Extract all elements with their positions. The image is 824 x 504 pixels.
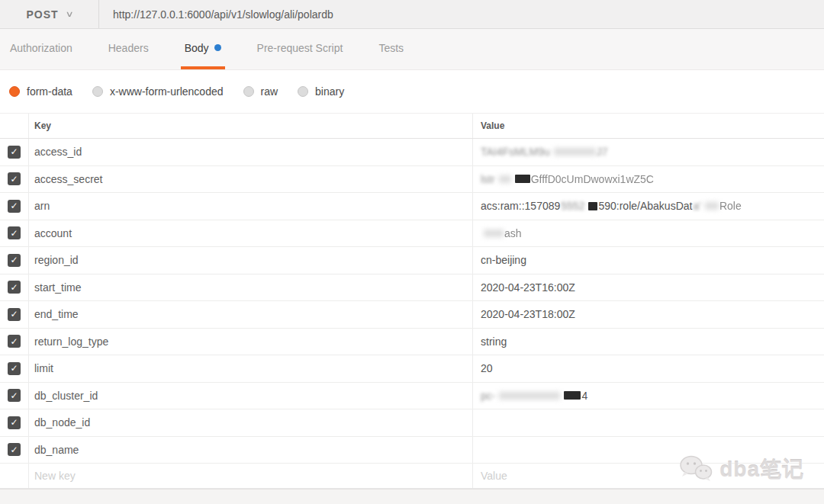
row-check-cell: ✓ xyxy=(0,247,29,274)
value-cell[interactable]: TAI4FsMLM9uJ7 xyxy=(473,139,824,165)
url-text: http://127.0.0.1:6000/api/v1/slowlog/ali… xyxy=(113,8,333,21)
rest-client-window: POST ∨ http://127.0.0.1:6000/api/v1/slow… xyxy=(0,0,824,504)
body-type-radio-binary[interactable]: binary xyxy=(298,85,344,98)
new-row-check-spacer xyxy=(0,464,29,488)
row-checkbox[interactable]: ✓ xyxy=(8,416,21,429)
radio-label: form-data xyxy=(27,85,72,98)
new-entry-row: New key Value xyxy=(0,464,824,489)
row-check-cell: ✓ xyxy=(0,383,29,409)
key-text: return_log_type xyxy=(34,335,108,348)
new-key-input[interactable]: New key xyxy=(29,464,473,488)
body-type-radio-form-data[interactable]: form-data xyxy=(9,85,72,98)
redaction-box xyxy=(515,175,530,183)
key-cell[interactable]: db_name xyxy=(29,437,473,464)
row-checkbox[interactable]: ✓ xyxy=(8,335,21,348)
tab-label: Tests xyxy=(378,42,404,54)
url-input[interactable]: http://127.0.0.1:6000/api/v1/slowlog/ali… xyxy=(99,0,824,28)
key-text: end_time xyxy=(34,308,79,320)
key-cell[interactable]: access_secret xyxy=(29,166,473,193)
value-cell[interactable]: 2020-04-23T16:00Z xyxy=(473,274,824,301)
redaction-box xyxy=(564,391,581,400)
value-text: acs:ram::157089 xyxy=(481,200,560,212)
value-cell[interactable]: acs:ram::1570895552590:role/AbakusData'R… xyxy=(473,193,824,220)
key-cell[interactable]: end_time xyxy=(29,301,473,328)
method-dropdown[interactable]: POST ∨ xyxy=(0,0,99,28)
table-row-end-time: ✓end_time2020-04-23T18:00Z xyxy=(0,301,824,329)
key-cell[interactable]: account xyxy=(29,220,473,247)
checkmark-icon: ✓ xyxy=(10,255,18,265)
body-type-radio-raw[interactable]: raw xyxy=(243,85,278,98)
key-cell[interactable]: region_id xyxy=(29,247,473,274)
key-cell[interactable]: limit xyxy=(29,355,473,382)
value-cell[interactable]: ash xyxy=(473,220,824,247)
row-checkbox[interactable]: ✓ xyxy=(8,389,21,402)
table-row-start-time: ✓start_time2020-04-23T16:00Z xyxy=(0,274,824,302)
key-cell[interactable]: db_cluster_id xyxy=(29,383,473,409)
key-cell[interactable]: start_time xyxy=(29,274,473,301)
value-text: a' xyxy=(693,200,700,212)
tab-headers[interactable]: Headers xyxy=(105,29,153,69)
key-cell[interactable]: access_id xyxy=(29,139,473,165)
value-text: 20 xyxy=(481,362,493,374)
key-column-header: Key xyxy=(29,114,473,138)
row-check-cell: ✓ xyxy=(0,329,29,355)
value-cell[interactable] xyxy=(473,409,824,436)
value-text: 5552 xyxy=(561,200,584,212)
new-value-placeholder: Value xyxy=(481,470,507,482)
table-row-limit: ✓limit20 xyxy=(0,355,824,383)
new-key-placeholder: New key xyxy=(34,470,76,482)
value-text: lstr xyxy=(481,173,495,185)
value-cell[interactable]: cn-beijing xyxy=(473,247,824,274)
key-cell[interactable]: return_log_type xyxy=(29,329,473,355)
tab-authorization[interactable]: Authorization xyxy=(6,29,76,69)
value-cell[interactable]: 2020-04-23T18:00Z xyxy=(473,301,824,328)
tab-label: Headers xyxy=(108,42,149,54)
row-check-cell: ✓ xyxy=(0,409,29,436)
row-checkbox[interactable]: ✓ xyxy=(8,443,21,456)
value-cell[interactable]: 20 xyxy=(473,355,824,382)
row-checkbox[interactable]: ✓ xyxy=(8,172,21,185)
value-text: 590:role/AbakusDat xyxy=(598,200,692,212)
tab-pre-request-script[interactable]: Pre-request Script xyxy=(253,29,347,69)
value-cell[interactable] xyxy=(473,437,824,464)
checkmark-icon: ✓ xyxy=(10,175,18,184)
value-text: 2020-04-23T16:00Z xyxy=(481,281,575,294)
value-text: ash xyxy=(504,227,522,239)
row-checkbox[interactable]: ✓ xyxy=(8,254,21,267)
row-checkbox[interactable]: ✓ xyxy=(8,308,21,321)
tab-body[interactable]: Body xyxy=(181,29,225,69)
redaction-smudge xyxy=(554,148,596,156)
row-checkbox[interactable]: ✓ xyxy=(8,226,21,239)
key-text: arn xyxy=(34,200,50,212)
value-cell[interactable]: string xyxy=(473,329,824,355)
row-checkbox[interactable]: ✓ xyxy=(8,146,21,159)
redaction-smudge xyxy=(499,392,560,400)
method-label: POST xyxy=(26,8,58,21)
chevron-down-icon: ∨ xyxy=(65,9,73,19)
radio-label: binary xyxy=(315,85,344,98)
radio-circle-icon xyxy=(9,86,20,97)
row-check-cell: ✓ xyxy=(0,139,29,165)
body-type-radio-x-www-form-urlencoded[interactable]: x-www-form-urlencoded xyxy=(92,85,224,98)
tab-label: Pre-request Script xyxy=(257,42,343,54)
tab-tests[interactable]: Tests xyxy=(375,29,407,69)
radio-label: raw xyxy=(261,85,278,98)
key-cell[interactable]: db_node_id xyxy=(29,409,473,436)
row-checkbox[interactable]: ✓ xyxy=(8,200,21,213)
footer-strip xyxy=(0,489,824,504)
value-cell[interactable]: lstrGfffD0cUmDwowxi1wZ5C xyxy=(473,166,824,193)
row-check-cell: ✓ xyxy=(0,274,29,301)
key-cell[interactable]: arn xyxy=(29,193,473,220)
value-text: GfffD0cUmDwowxi1wZ5C xyxy=(531,173,654,185)
redaction-box xyxy=(588,202,597,210)
value-cell[interactable]: pc-4 xyxy=(473,383,824,409)
body-type-selector: form-datax-www-form-urlencodedrawbinary xyxy=(0,70,824,113)
row-checkbox[interactable]: ✓ xyxy=(8,281,21,294)
new-value-input[interactable]: Value xyxy=(473,464,824,488)
row-checkbox[interactable]: ✓ xyxy=(8,362,21,375)
checkmark-icon: ✓ xyxy=(10,147,18,156)
value-column-header: Value xyxy=(473,114,824,138)
redaction-smudge xyxy=(499,175,511,183)
checkmark-icon: ✓ xyxy=(10,201,18,210)
redaction-smudge xyxy=(484,230,504,237)
